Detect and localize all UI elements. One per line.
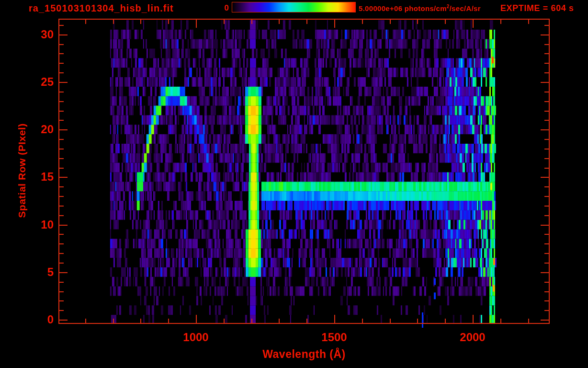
y-tick-label: 5 [24, 265, 54, 279]
file-title: ra_150103101304_hisb_lin.fit [29, 3, 174, 14]
x-major-tick [334, 315, 335, 323]
x-minor-tick [306, 20, 307, 24]
y-minor-tick [544, 139, 549, 140]
y-minor-tick [544, 111, 549, 112]
y-minor-tick [544, 263, 549, 264]
y-minor-tick [544, 72, 549, 73]
x-major-tick [196, 20, 197, 28]
y-minor-tick [544, 53, 549, 54]
x-minor-tick [528, 20, 529, 24]
colorbar-max-value: 5.00000e+06 [359, 4, 402, 12]
y-minor-tick [59, 92, 64, 92]
x-minor-tick [445, 319, 446, 323]
x-major-tick [473, 315, 474, 323]
y-major-tick [541, 177, 549, 178]
y-minor-tick [59, 101, 64, 102]
y-major-tick [541, 129, 549, 130]
y-minor-tick [544, 196, 549, 197]
y-minor-tick [59, 120, 64, 121]
y-minor-tick [59, 111, 64, 112]
x-minor-tick [390, 319, 391, 323]
y-minor-tick [544, 25, 549, 26]
y-minor-tick [544, 186, 549, 187]
y-minor-tick [59, 186, 64, 187]
x-minor-tick [251, 20, 252, 24]
colorbar-min-label: 0 [210, 3, 229, 13]
y-minor-tick [544, 234, 549, 235]
x-minor-tick [445, 20, 446, 24]
y-major-tick [541, 225, 549, 226]
x-minor-tick [224, 20, 225, 24]
y-minor-tick [544, 120, 549, 121]
plot-frame [58, 19, 550, 324]
x-minor-tick [306, 319, 307, 323]
x-tick-label: 2000 [451, 331, 494, 344]
x-minor-tick [168, 20, 169, 24]
y-minor-tick [59, 25, 64, 26]
y-tick-label: 30 [24, 28, 54, 41]
y-axis-title: Spatial Row (PIxel) [16, 123, 28, 218]
y-minor-tick [544, 92, 549, 92]
y-minor-tick [544, 253, 549, 254]
x-major-tick [196, 315, 197, 323]
y-minor-tick [544, 291, 549, 292]
colorbar-units-suffix: /sec/A/sr [450, 4, 481, 12]
x-tick-label: 1000 [174, 331, 217, 344]
y-minor-tick [59, 158, 64, 159]
x-minor-tick [279, 20, 280, 24]
y-tick-label: 15 [24, 170, 54, 184]
y-minor-tick [544, 300, 549, 301]
y-minor-tick [59, 282, 64, 283]
y-minor-tick [59, 263, 64, 264]
y-minor-tick [544, 282, 549, 283]
y-minor-tick [59, 300, 64, 301]
colorbar-gradient [232, 2, 356, 12]
y-minor-tick [59, 253, 64, 254]
x-minor-tick [140, 20, 141, 24]
x-minor-tick [168, 319, 169, 323]
y-minor-tick [59, 168, 64, 169]
y-minor-tick [544, 63, 549, 64]
y-major-tick [59, 34, 68, 35]
y-minor-tick [544, 158, 549, 159]
y-minor-tick [59, 63, 64, 64]
x-minor-tick [390, 20, 391, 24]
x-minor-tick [85, 319, 86, 323]
y-major-tick [59, 82, 68, 83]
y-minor-tick [59, 310, 64, 311]
y-tick-label: 0 [24, 313, 54, 326]
y-major-tick [59, 272, 68, 273]
y-tick-label: 20 [24, 123, 54, 136]
y-minor-tick [544, 101, 549, 102]
y-minor-tick [544, 149, 549, 150]
y-major-tick [541, 320, 549, 321]
x-minor-tick [528, 319, 529, 323]
y-minor-tick [544, 44, 549, 45]
x-minor-tick [500, 319, 501, 323]
y-minor-tick [59, 44, 64, 45]
x-major-tick [473, 20, 474, 28]
y-minor-tick [544, 215, 549, 216]
y-minor-tick [59, 243, 64, 244]
y-major-tick [59, 129, 68, 130]
x-minor-tick [224, 319, 225, 323]
y-major-tick [541, 34, 549, 35]
y-minor-tick [544, 206, 549, 207]
y-minor-tick [544, 310, 549, 311]
x-minor-tick [362, 20, 363, 24]
y-minor-tick [59, 139, 64, 140]
x-major-tick [334, 20, 335, 28]
y-major-tick [59, 225, 68, 226]
x-minor-tick [362, 319, 363, 323]
y-tick-label: 10 [24, 218, 54, 231]
x-minor-tick [140, 319, 141, 323]
y-minor-tick [544, 168, 549, 169]
y-minor-tick [59, 291, 64, 292]
y-minor-tick [59, 53, 64, 54]
x-axis-title: Wavelength (Å) [208, 348, 400, 361]
x-minor-tick [113, 319, 114, 323]
colorbar-units-prefix: photons/cm [402, 4, 446, 12]
y-tick-label: 25 [24, 75, 54, 89]
y-minor-tick [59, 196, 64, 197]
y-minor-tick [59, 234, 64, 235]
